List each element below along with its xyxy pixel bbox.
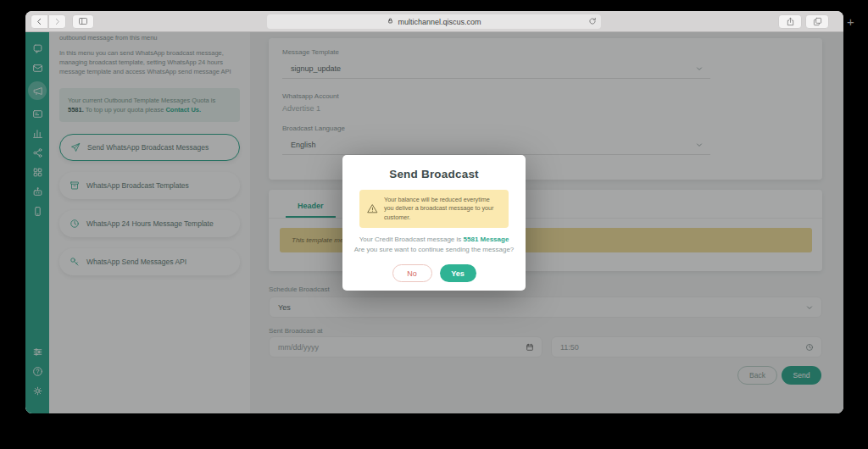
url-text: multichannel.qiscus.com bbox=[398, 18, 481, 26]
credit-value: 5581 Message bbox=[464, 236, 509, 243]
yes-button[interactable]: Yes bbox=[440, 264, 476, 282]
no-button[interactable]: No bbox=[392, 264, 432, 282]
credit-prefix: Your Credit Broadcast message is bbox=[359, 236, 462, 243]
modal-title: Send Broadcast bbox=[342, 168, 526, 180]
warning-triangle-icon bbox=[367, 203, 378, 214]
send-broadcast-modal: Send Broadcast Your balance will be redu… bbox=[342, 155, 526, 291]
modal-credit-line: Your Credit Broadcast message is 5581 Me… bbox=[342, 236, 526, 243]
browser-window: multichannel.qiscus.com out bbox=[25, 11, 843, 413]
modal-confirm-line: Are you sure want to continue sending th… bbox=[342, 246, 526, 253]
modal-warning-box: Your balance will be reduced everytime y… bbox=[359, 190, 509, 228]
tab-overview-button[interactable] bbox=[805, 14, 829, 29]
page-content: outbound message from this menu In this … bbox=[25, 32, 843, 413]
browser-toolbar: multichannel.qiscus.com bbox=[25, 11, 843, 32]
reload-icon[interactable] bbox=[588, 17, 597, 27]
share-icon bbox=[786, 14, 795, 30]
modal-warning-text: Your balance will be reduced everytime y… bbox=[384, 196, 501, 222]
back-button[interactable] bbox=[31, 14, 48, 29]
tabs-icon bbox=[813, 14, 822, 30]
modal-buttons: No Yes bbox=[342, 264, 526, 282]
share-button[interactable] bbox=[778, 14, 802, 29]
chevron-left-icon bbox=[35, 14, 44, 30]
chevron-right-icon bbox=[53, 14, 62, 30]
lock-icon bbox=[387, 17, 394, 26]
new-tab-icon[interactable]: + bbox=[847, 14, 854, 29]
sidebar-toggle-button[interactable] bbox=[72, 14, 94, 29]
address-bar[interactable]: multichannel.qiscus.com bbox=[267, 14, 601, 29]
forward-button[interactable] bbox=[48, 14, 66, 29]
sidebar-toggle-icon bbox=[78, 14, 88, 30]
